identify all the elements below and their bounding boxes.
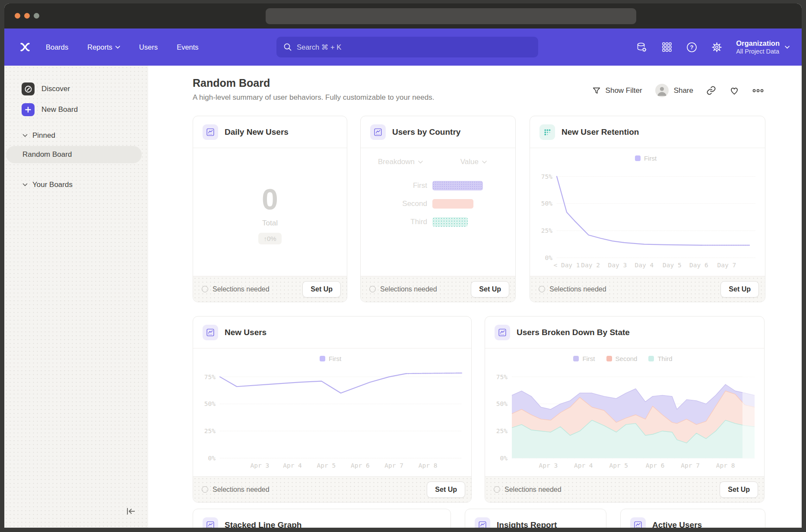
y-axis-tick: 25% bbox=[496, 428, 508, 434]
avatar bbox=[655, 84, 669, 97]
line-chart-icon bbox=[203, 325, 218, 340]
nav-item-events[interactable]: Events bbox=[177, 43, 198, 51]
sidebar-item-new-board[interactable]: New Board bbox=[4, 102, 141, 117]
card-title: New Users bbox=[225, 328, 267, 337]
bar-row: Third bbox=[361, 217, 515, 227]
x-axis-tick: Day 7 bbox=[717, 262, 736, 269]
bar-label: Second bbox=[361, 200, 432, 208]
card-stacked-line-graph: Stacked Line Graph bbox=[193, 509, 451, 528]
sidebar-item-label: New Board bbox=[41, 105, 78, 114]
data-management-icon[interactable] bbox=[636, 41, 647, 53]
bar bbox=[432, 181, 483, 190]
line-chart-icon bbox=[630, 517, 646, 528]
sidebar-item-discover[interactable]: Discover bbox=[4, 81, 141, 97]
selections-needed-status: Selections needed bbox=[494, 486, 562, 494]
show-filter-button[interactable]: Show Filter bbox=[592, 86, 642, 95]
sidebar-collapse-button[interactable] bbox=[124, 504, 138, 518]
breakdown-dropdown[interactable]: Breakdown bbox=[378, 158, 423, 166]
selections-needed-status: Selections needed bbox=[202, 285, 270, 293]
plus-icon bbox=[22, 103, 35, 116]
status-circle-icon bbox=[369, 286, 376, 292]
search-bar[interactable] bbox=[276, 37, 538, 57]
window-titlebar bbox=[4, 3, 802, 28]
new-users-chart: First75%50%25%0%Apr 3Apr 4Apr 5Apr 6Apr … bbox=[199, 352, 462, 458]
setup-button[interactable]: Set Up bbox=[720, 281, 759, 298]
legend-item: First bbox=[320, 355, 341, 362]
status-label: Selections needed bbox=[505, 486, 562, 494]
selections-needed-status: Selections needed bbox=[369, 285, 437, 293]
window-zoom-button[interactable] bbox=[34, 13, 39, 19]
card-footer: Selections needed Set Up bbox=[193, 276, 347, 302]
bar-row: Second bbox=[361, 199, 515, 209]
compass-icon bbox=[22, 82, 35, 95]
card-new-users: New Users First75%50%25%0%Apr 3Apr 4Apr … bbox=[193, 316, 472, 503]
x-axis-tick: Apr 3 bbox=[251, 462, 270, 469]
dropdown-label: Value bbox=[460, 158, 479, 166]
y-axis-tick: 75% bbox=[204, 374, 216, 380]
status-circle-icon bbox=[494, 486, 500, 493]
filter-funnel-icon bbox=[592, 86, 601, 95]
page-subtitle: A high-level summary of user behaviors. … bbox=[193, 93, 434, 102]
chart-legend: First bbox=[199, 352, 462, 365]
org-switcher[interactable]: Organization All Project Data bbox=[736, 39, 790, 56]
nav-item-label: Events bbox=[177, 43, 198, 51]
heart-icon bbox=[729, 86, 739, 96]
x-axis-tick: Apr 8 bbox=[419, 462, 438, 469]
setup-button[interactable]: Set Up bbox=[302, 281, 341, 298]
nav-item-boards[interactable]: Boards bbox=[46, 43, 68, 51]
nav-item-reports[interactable]: Reports bbox=[87, 43, 120, 51]
card-footer: Selections needed Set Up bbox=[530, 276, 765, 302]
legend-label: Second bbox=[616, 355, 638, 362]
selections-needed-status: Selections needed bbox=[539, 285, 606, 293]
setup-button[interactable]: Set Up bbox=[427, 481, 465, 498]
favorite-button[interactable] bbox=[729, 86, 739, 96]
help-icon[interactable]: ? bbox=[686, 41, 698, 53]
bar-label: First bbox=[361, 181, 432, 190]
x-axis-tick: Apr 4 bbox=[574, 462, 593, 469]
y-axis-tick: 25% bbox=[541, 227, 552, 234]
page-title: Random Board bbox=[193, 77, 270, 89]
y-axis-tick: 50% bbox=[541, 200, 552, 207]
setup-button[interactable]: Set Up bbox=[471, 281, 509, 298]
sidebar-item-random-board[interactable]: Random Board bbox=[6, 146, 142, 163]
x-axis-tick: Apr 3 bbox=[539, 462, 558, 469]
window-minimize-button[interactable] bbox=[24, 13, 30, 19]
retention-grid-icon bbox=[539, 124, 555, 140]
ellipsis-icon bbox=[752, 89, 764, 93]
card-title: Stacked Line Graph bbox=[225, 520, 301, 528]
settings-gear-icon[interactable] bbox=[711, 41, 723, 53]
x-axis-tick: Apr 5 bbox=[317, 462, 336, 469]
chart-svg bbox=[512, 365, 755, 458]
x-axis-tick: Apr 7 bbox=[384, 462, 403, 469]
card-footer: Selections needed Set Up bbox=[193, 476, 471, 502]
x-axis-tick: < Day 1 bbox=[553, 262, 580, 269]
value-dropdown[interactable]: Value bbox=[460, 158, 487, 166]
svg-text:?: ? bbox=[690, 44, 694, 51]
card-active-users: Active Users bbox=[620, 509, 765, 528]
line-chart-icon bbox=[370, 124, 386, 140]
copy-link-button[interactable] bbox=[706, 86, 716, 95]
window-controls bbox=[15, 13, 39, 19]
nav-item-users[interactable]: Users bbox=[139, 43, 158, 51]
apps-grid-icon[interactable] bbox=[661, 41, 673, 53]
y-axis-tick: 75% bbox=[496, 374, 508, 380]
card-title: Insights Report bbox=[497, 520, 557, 528]
setup-button[interactable]: Set Up bbox=[720, 481, 758, 498]
y-axis-tick: 0% bbox=[208, 455, 216, 462]
window-close-button[interactable] bbox=[15, 13, 20, 19]
top-nav: Boards Reports Users Events bbox=[4, 28, 802, 66]
card-insights-report: Insights Report bbox=[465, 509, 606, 528]
users-by-state-chart: FirstSecondThird75%50%25%0%Apr 3Apr 4Apr… bbox=[491, 352, 755, 458]
org-project: All Project Data bbox=[736, 48, 780, 55]
sidebar-section-your-boards[interactable]: Your Boards bbox=[22, 180, 73, 189]
mixpanel-logo-icon[interactable] bbox=[18, 40, 32, 54]
y-axis-tick: 0% bbox=[545, 254, 552, 261]
address-bar[interactable] bbox=[266, 8, 636, 24]
line-chart-icon bbox=[203, 124, 218, 140]
more-options-button[interactable] bbox=[752, 89, 764, 93]
sidebar-section-pinned[interactable]: Pinned bbox=[22, 131, 55, 140]
share-button[interactable]: Share bbox=[655, 84, 693, 97]
search-input[interactable] bbox=[297, 43, 531, 51]
sidebar-section-label: Pinned bbox=[32, 131, 55, 140]
legend-label: First bbox=[582, 355, 595, 362]
